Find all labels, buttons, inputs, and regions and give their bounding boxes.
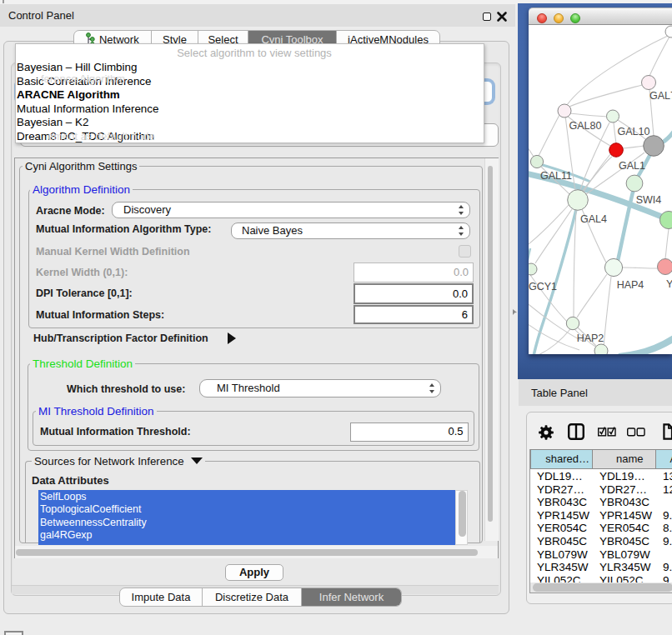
svg-text:HAP2: HAP2 bbox=[577, 332, 604, 344]
svg-text:GAL80: GAL80 bbox=[569, 120, 602, 132]
svg-text:GAL4: GAL4 bbox=[580, 213, 607, 225]
svg-text:YEL007W: YEL007W bbox=[666, 278, 672, 290]
svg-text:GAL11: GAL11 bbox=[540, 170, 572, 182]
svg-text:GAL10: GAL10 bbox=[618, 126, 650, 138]
svg-text:GAL1: GAL1 bbox=[619, 160, 645, 172]
svg-text:GAL7: GAL7 bbox=[649, 90, 672, 102]
svg-text:HAP4: HAP4 bbox=[617, 279, 644, 291]
svg-text:SWI4: SWI4 bbox=[636, 194, 662, 206]
svg-text:GCY1: GCY1 bbox=[529, 281, 557, 292]
